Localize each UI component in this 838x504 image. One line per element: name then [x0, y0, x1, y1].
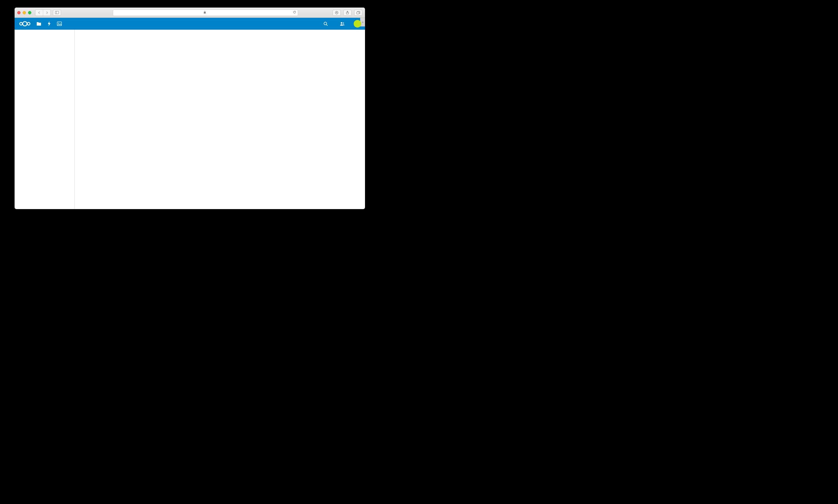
window-controls — [17, 11, 31, 14]
window-close-button[interactable] — [17, 11, 20, 14]
browser-window: + — [15, 7, 365, 209]
sidebar — [15, 30, 74, 209]
apps-list — [74, 30, 365, 209]
browser-titlebar — [15, 7, 365, 18]
svg-point-11 — [324, 22, 327, 25]
files-app-icon[interactable] — [36, 21, 41, 26]
activity-app-icon[interactable] — [47, 21, 52, 26]
search-button[interactable] — [323, 21, 328, 26]
toolbar-right — [333, 10, 362, 16]
user-avatar[interactable] — [354, 20, 361, 28]
lock-icon — [204, 11, 206, 14]
address-bar[interactable] — [113, 10, 298, 16]
share-button[interactable] — [344, 10, 351, 16]
nav-forward-button[interactable] — [43, 10, 51, 16]
gallery-app-icon[interactable] — [57, 21, 62, 26]
svg-rect-5 — [356, 12, 359, 14]
sidebar-toggle-button[interactable] — [53, 10, 61, 16]
svg-point-13 — [341, 22, 342, 24]
app-header — [15, 18, 365, 30]
svg-point-6 — [20, 22, 22, 25]
svg-line-12 — [327, 24, 328, 25]
nav-back-forward — [35, 10, 51, 16]
svg-point-7 — [23, 22, 27, 26]
nextcloud-logo-icon[interactable] — [18, 20, 31, 27]
window-minimize-button[interactable] — [23, 11, 26, 14]
svg-point-14 — [343, 22, 344, 24]
svg-point-10 — [58, 23, 59, 24]
svg-rect-0 — [55, 11, 59, 14]
tabs-button[interactable] — [354, 10, 362, 16]
window-zoom-button[interactable] — [28, 11, 31, 14]
downloads-button[interactable] — [333, 10, 341, 16]
nav-back-button[interactable] — [35, 10, 43, 16]
contacts-button[interactable] — [339, 21, 345, 26]
svg-rect-2 — [204, 12, 206, 14]
svg-point-8 — [27, 22, 30, 25]
reload-button[interactable] — [293, 11, 296, 15]
